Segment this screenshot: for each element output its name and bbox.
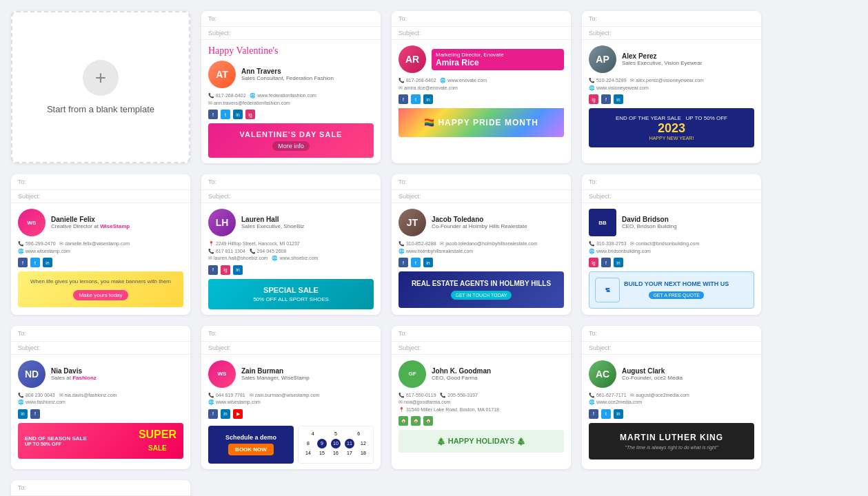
sig-details: 📍 2249 Hilltop Street, Hancock, MI 01237… bbox=[208, 240, 374, 262]
banner-year: 2023 bbox=[596, 121, 747, 136]
to-bar: To: bbox=[201, 326, 381, 342]
signature-block: WS Zain Burman Sales Manager, WiseStamp bbox=[208, 360, 374, 388]
sig-name: Alex Perez bbox=[622, 52, 702, 60]
li-icon: in bbox=[233, 110, 243, 119]
realestate-banner: REAL ESTATE AGENTS IN HOLMBY HILLS GET I… bbox=[398, 271, 564, 308]
amira-rice-card[interactable]: To: Subject: AR Marketing Director, Enov… bbox=[392, 11, 571, 163]
nia-davis-card[interactable]: To: Subject: ND Nia Davis Sales at Fashi… bbox=[11, 326, 190, 469]
sig-name: August Clark bbox=[622, 367, 683, 375]
blank-template-card[interactable]: + Start from a blank template bbox=[11, 11, 190, 163]
cal-cell: 18 bbox=[359, 448, 368, 458]
sig-details: 📞 310-338-2753 ✉ contact@bridsonbuilding… bbox=[589, 240, 754, 255]
ws-logo: WS bbox=[18, 209, 46, 236]
jacob-toledano-card[interactable]: To: Subject: JT Jacob Toledano Co-Founde… bbox=[392, 174, 571, 315]
social-icons: f t in ig bbox=[208, 110, 374, 119]
david-bridson-card[interactable]: To: Subject: BB David Bridson CEO, Brids… bbox=[582, 174, 761, 315]
lauren-hall-card[interactable]: To: Subject: LH Lauren Hall Sales Execut… bbox=[201, 174, 381, 315]
signature-block: JT Jacob Toledano Co-Founder at Holmby H… bbox=[398, 209, 564, 236]
building-image: 🏗 bbox=[595, 278, 620, 302]
subject-bar: Subject: bbox=[392, 27, 571, 40]
sig-info: David Bridson CEO, Bridson Building bbox=[622, 216, 677, 229]
subject-bar: Subject: bbox=[582, 27, 761, 40]
email-body: LH Lauren Hall Sales Executive, ShoeBiz … bbox=[201, 203, 381, 315]
fb-icon: f bbox=[30, 409, 40, 419]
sig-info: Lauren Hall Sales Executive, ShoeBiz bbox=[241, 216, 304, 229]
signature-block: AC August Clark Co-Founder, oce2 Media bbox=[589, 360, 754, 388]
li-icon: in bbox=[423, 94, 433, 104]
banner-super: SUPERSALE bbox=[139, 428, 176, 453]
mlk-quote: "The time is always right to do what is … bbox=[598, 445, 745, 450]
cal-cell: 16 bbox=[331, 448, 341, 458]
ann-travers-card[interactable]: To: Subject: Happy Valentine's AT Ann Tr… bbox=[201, 11, 381, 163]
fb-icon: f bbox=[601, 258, 611, 267]
signature-block: AR Marketing Director, Enovate Amira Ric… bbox=[398, 45, 564, 73]
sig-info: Ann Travers Sales Consultant, Federation… bbox=[241, 68, 334, 81]
name-banner: Marketing Director, Enovate Amira Rice bbox=[432, 49, 564, 70]
to-bar: To: bbox=[582, 11, 761, 27]
sig-details: 📞 310-852-8288 ✉ jacob.toledano@holmbyhi… bbox=[398, 240, 564, 255]
email-body: JT Jacob Toledano Co-Founder at Holmby H… bbox=[392, 203, 571, 313]
goodfarma-card[interactable]: To: Subject: GF John K. Goodman CEO, Goo… bbox=[392, 326, 571, 469]
sig-details: 📞 817-268-6402 🌐 www.enovate.com ✉ amira… bbox=[398, 77, 564, 92]
signature-block: AP Alex Perez Sales Executive, Vision Ey… bbox=[589, 45, 754, 73]
sale2023-banner: END OF THE YEAR SALE UP TO 50% OFF 2023 … bbox=[589, 108, 754, 147]
cal-cell-highlighted: 11 bbox=[345, 439, 354, 448]
sig-name: Ann Travers bbox=[241, 68, 334, 75]
signature-block: BB David Bridson CEO, Bridson Building bbox=[589, 209, 754, 236]
sig-name: Nia Davis bbox=[51, 367, 97, 375]
to-bar: To: bbox=[11, 480, 190, 496]
to-bar: To: bbox=[201, 11, 381, 27]
ig-icon: ig bbox=[589, 258, 598, 267]
cal-cell: 12 bbox=[359, 439, 368, 448]
cal-cell: 6 bbox=[354, 429, 363, 439]
signature-block: WS Danielle Felix Creative Director at W… bbox=[18, 209, 183, 236]
avatar: AR bbox=[398, 45, 426, 73]
sig-title: CEO, Bridson Building bbox=[622, 223, 677, 229]
fb-icon: f bbox=[601, 94, 611, 104]
email-body: AR Marketing Director, Enovate Amira Ric… bbox=[392, 40, 571, 143]
calendar-mock: 4 5 6 8 9 10 11 12 14 15 16 bbox=[298, 426, 374, 464]
fb-icon: f bbox=[208, 110, 218, 119]
social-icons: f in ▶ bbox=[208, 409, 374, 419]
ig-icon: ig bbox=[245, 110, 255, 119]
plus-icon: + bbox=[83, 60, 119, 96]
danielle-felix-card[interactable]: To: Subject: WS Danielle Felix Creative … bbox=[11, 174, 190, 315]
alex-perez-card[interactable]: To: Subject: AP Alex Perez Sales Executi… bbox=[582, 11, 761, 163]
sig-details: 📞 617-550-0119 📞 205-558-3197 ✉ noa@good… bbox=[398, 392, 564, 414]
to-bar: To: bbox=[582, 326, 761, 342]
yt-icon: ▶ bbox=[233, 409, 243, 419]
social-icons: in f bbox=[18, 409, 183, 419]
li-icon: in bbox=[423, 258, 433, 267]
holiday-banner: 🎄 HAPPY HOLIDAYS 🎄 bbox=[398, 430, 564, 453]
fb-icon: f bbox=[398, 258, 408, 267]
email-body: ND Nia Davis Sales at Fashionz 📞 808 230… bbox=[11, 355, 190, 464]
august-clark-card[interactable]: To: Subject: AC August Clark Co-Founder,… bbox=[582, 326, 761, 469]
sig-name: Zain Burman bbox=[241, 367, 310, 375]
build-banner: 🏗 BUILD YOUR NEXT HOME WITH US GET A FRE… bbox=[589, 271, 754, 309]
avatar: AP bbox=[589, 45, 616, 73]
social-icons: ig f in bbox=[589, 94, 754, 104]
bb-logo: BB bbox=[589, 209, 616, 236]
tw-icon: t bbox=[601, 409, 611, 419]
subject-bar: Subject: bbox=[11, 190, 190, 203]
social-icons: f ig in bbox=[208, 265, 374, 275]
sig-details: 📞 561-627-7171 ✉ august@oce2media.com 🌐 … bbox=[589, 392, 754, 406]
to-bar: To: bbox=[11, 326, 190, 342]
cal-row: 8 9 10 11 12 bbox=[301, 439, 370, 448]
zain-burman-card[interactable]: To: Subject: WS Zain Burman Sales Manage… bbox=[201, 326, 381, 469]
avatar: AT bbox=[208, 61, 236, 88]
subject-bar: Subject: bbox=[11, 342, 190, 355]
tw-icon: t bbox=[411, 258, 421, 267]
we-can-card[interactable]: To: Subject: We can do it! bbox=[11, 480, 190, 497]
subject-bar: Subject: bbox=[582, 190, 761, 203]
sig-name: John K. Goodman bbox=[432, 367, 491, 375]
cal-cell: 15 bbox=[317, 448, 327, 458]
banner-cta: Make yours today bbox=[73, 290, 128, 300]
signature-block: LH Lauren Hall Sales Executive, ShoeBiz bbox=[208, 209, 374, 236]
sig-details: 📞 817-268-6402 🌐 www.federationfashion.c… bbox=[208, 92, 374, 107]
mlk-name: MARTIN LUTHER KING bbox=[598, 433, 745, 442]
sig-details: 📞 596-299-2470 ✉ danielle.felix@wisestam… bbox=[18, 240, 183, 255]
cal-cell: 8 bbox=[303, 439, 313, 448]
tw-icon: t bbox=[221, 110, 230, 119]
template-grid: + Start from a blank template To: Subjec… bbox=[0, 0, 868, 496]
